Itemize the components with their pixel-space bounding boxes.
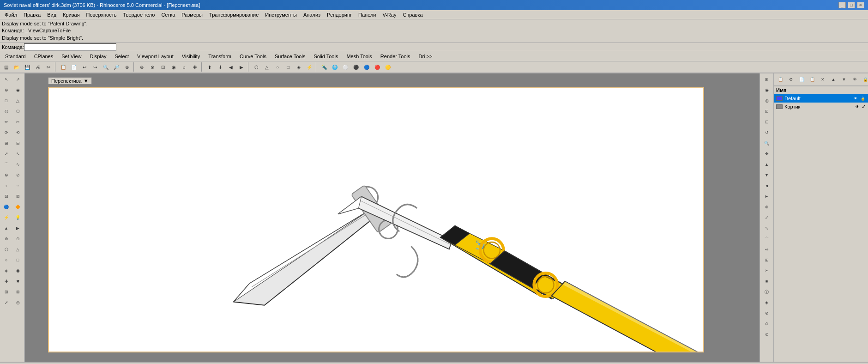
- rotate-btn[interactable]: ↺: [761, 127, 772, 138]
- toolbar-btn-30[interactable]: ⚪: [340, 62, 350, 72]
- lt-btn-18-0[interactable]: ◈: [1, 266, 12, 276]
- lt-btn-11-1[interactable]: ⊠: [12, 191, 24, 201]
- lt-btn-13-1[interactable]: 💡: [12, 212, 24, 223]
- lt-btn-8-1[interactable]: ∿: [12, 159, 24, 170]
- rp-btn-properties[interactable]: ⚙: [786, 74, 796, 85]
- lt-btn-5-1[interactable]: ⟲: [12, 127, 24, 138]
- toolbar-btn-20[interactable]: ◀: [226, 62, 236, 72]
- toolbar-btn-19[interactable]: ⬇: [215, 62, 225, 72]
- lt-btn-14-0[interactable]: ▲: [1, 223, 12, 233]
- lt-btn-20-1[interactable]: ⊠: [12, 287, 24, 297]
- view-mode-btn-2[interactable]: ◉: [761, 85, 772, 95]
- nav-btn-1[interactable]: ▲: [761, 159, 772, 170]
- pan-btn[interactable]: ✥: [761, 149, 772, 159]
- toolbar-btn-7[interactable]: ↩: [79, 62, 90, 72]
- toolbar-tab-1[interactable]: CPlanes: [30, 52, 58, 61]
- trim-btn[interactable]: ✂: [761, 266, 772, 276]
- menu-рендеринг[interactable]: Рендеринг: [324, 11, 355, 18]
- toolbar-btn-24[interactable]: ○: [272, 62, 283, 72]
- toolbar-btn-3[interactable]: 🖨: [33, 62, 43, 72]
- lt-btn-12-0[interactable]: 🔵: [1, 202, 12, 212]
- close-button[interactable]: ✕: [857, 2, 864, 8]
- menu-размеры[interactable]: Размеры: [179, 11, 205, 18]
- nav-btn-2[interactable]: ▼: [761, 170, 772, 180]
- zoom-btn[interactable]: 🔍: [761, 138, 772, 148]
- lt-btn-1-1[interactable]: ◉: [12, 85, 24, 95]
- lt-btn-13-0[interactable]: ⚡: [1, 212, 12, 223]
- lt-btn-7-0[interactable]: ⤢: [1, 149, 12, 159]
- toolbar-btn-21[interactable]: ▶: [236, 62, 247, 72]
- toolbar-btn-26[interactable]: ◈: [294, 62, 304, 72]
- rp-btn-delete[interactable]: ✕: [818, 74, 828, 85]
- command-input[interactable]: [24, 43, 116, 51]
- layer-color-kortik[interactable]: [776, 104, 783, 109]
- toolbar-btn-32[interactable]: 🔵: [362, 62, 372, 72]
- menu-вид[interactable]: Вид: [44, 11, 59, 18]
- render-btn[interactable]: ◈: [761, 297, 772, 308]
- viewport-dropdown-icon[interactable]: ▼: [84, 78, 89, 84]
- lt-btn-16-1[interactable]: △: [12, 244, 24, 255]
- solid-btn[interactable]: ■: [761, 276, 772, 286]
- menu-v-ray[interactable]: V-Ray: [380, 11, 399, 18]
- layer-visible-default[interactable]: 👁: [852, 95, 859, 102]
- lt-btn-7-1[interactable]: ⤡: [12, 149, 24, 159]
- nav-btn-4[interactable]: ►: [761, 191, 772, 201]
- toolbar-tab-8[interactable]: Curve Tools: [235, 52, 271, 61]
- layer-row-default[interactable]: Default 👁 🔒: [774, 94, 868, 103]
- menu-панели[interactable]: Панели: [356, 11, 379, 18]
- menu-справка[interactable]: Справка: [400, 11, 425, 18]
- menu-кривая[interactable]: Кривая: [60, 11, 82, 18]
- layer-lock-default[interactable]: 🔒: [860, 95, 866, 102]
- lt-btn-0-1[interactable]: ↗: [12, 74, 24, 85]
- lt-btn-5-0[interactable]: ⟳: [1, 127, 12, 138]
- lt-btn-10-0[interactable]: ↕: [1, 181, 12, 191]
- menu-правка[interactable]: Правка: [21, 11, 43, 18]
- toolbar-btn-25[interactable]: □: [283, 62, 293, 72]
- menu-инструменты[interactable]: Инструменты: [262, 11, 300, 18]
- toolbar-tab-5[interactable]: Viewport Layout: [133, 52, 178, 61]
- view-mode-btn-4[interactable]: ⊡: [761, 106, 772, 116]
- toolbar-btn-31[interactable]: ⚫: [351, 62, 361, 72]
- layer-visible-kortik[interactable]: 👁: [854, 103, 861, 110]
- toolbar-btn-18[interactable]: ⬆: [205, 62, 215, 72]
- toolbar-btn-27[interactable]: ⚡: [304, 62, 314, 72]
- curve-btn[interactable]: ⌒: [761, 234, 772, 244]
- toolbar-tab-3[interactable]: Display: [85, 52, 110, 61]
- lt-btn-1-0[interactable]: ⊕: [1, 85, 12, 95]
- lt-btn-14-1[interactable]: ▶: [12, 223, 24, 233]
- lt-btn-4-1[interactable]: ✂: [12, 117, 24, 127]
- toolbar-tab-10[interactable]: Solid Tools: [309, 52, 342, 61]
- snap-btn[interactable]: ⊕: [761, 202, 772, 212]
- mirror-btn[interactable]: ⇔: [761, 244, 772, 255]
- toolbar-tab-2[interactable]: Set View: [57, 52, 85, 61]
- viewport-label-button[interactable]: Перспектива ▼: [48, 77, 92, 85]
- toolbar-btn-34[interactable]: 🟡: [383, 62, 393, 72]
- toolbar-btn-33[interactable]: 🔴: [372, 62, 382, 72]
- toolbar-btn-17[interactable]: ✚: [190, 62, 200, 72]
- lt-btn-10-1[interactable]: ↔: [12, 181, 24, 191]
- lt-btn-18-1[interactable]: ◉: [12, 266, 24, 276]
- misc-btn-3[interactable]: ⊙: [761, 329, 772, 340]
- lt-btn-19-1[interactable]: ✖: [12, 276, 24, 286]
- toolbar-btn-15[interactable]: ◉: [169, 62, 179, 72]
- view-mode-btn-1[interactable]: ⊞: [761, 74, 772, 85]
- lt-btn-9-1[interactable]: ⊘: [12, 170, 24, 180]
- toolbar-btn-16[interactable]: ⌂: [179, 62, 189, 72]
- lt-btn-12-1[interactable]: 🔶: [12, 202, 24, 212]
- toolbar-btn-1[interactable]: 📂: [12, 62, 22, 72]
- layer-color-default[interactable]: [776, 96, 783, 101]
- lt-btn-2-0[interactable]: □: [1, 96, 12, 106]
- minimize-button[interactable]: _: [838, 2, 846, 8]
- lt-btn-11-0[interactable]: ⊡: [1, 191, 12, 201]
- lt-btn-0-0[interactable]: ↖: [1, 74, 12, 85]
- menu-поверхность[interactable]: Поверхность: [84, 11, 120, 18]
- lt-btn-3-0[interactable]: ◎: [1, 106, 12, 116]
- lt-btn-9-0[interactable]: ⊗: [1, 170, 12, 180]
- toolbar-tab-9[interactable]: Surface Tools: [271, 52, 309, 61]
- toolbar-tab-13[interactable]: Dri >>: [414, 52, 436, 61]
- rp-btn-down[interactable]: ▼: [839, 74, 849, 85]
- maximize-button[interactable]: □: [848, 2, 855, 8]
- toolbar-btn-22[interactable]: ⬡: [251, 62, 261, 72]
- layer-row-kortik[interactable]: Кортик 👁 ✓: [774, 103, 868, 111]
- view-mode-btn-3[interactable]: ◎: [761, 96, 772, 106]
